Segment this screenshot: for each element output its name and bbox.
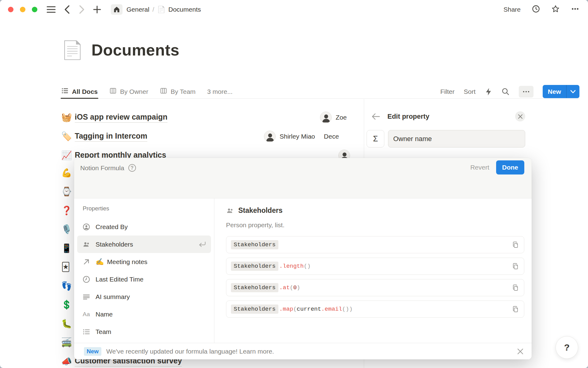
sort-button[interactable]: Sort xyxy=(464,88,476,95)
row-emoji-icon: 👣 xyxy=(61,282,74,290)
row-title[interactable]: iOS app review campaign xyxy=(75,113,168,123)
table-row: 🧺 iOS app review campaign Zoe xyxy=(61,108,364,127)
sidebar-menu-icon[interactable] xyxy=(47,6,56,13)
row-emoji-icon: 🃏 xyxy=(61,263,74,271)
tab-by-owner[interactable]: By Owner xyxy=(109,85,148,98)
property-item[interactable]: AI summary xyxy=(77,288,211,305)
banner-close-icon[interactable] xyxy=(517,348,524,355)
suggestion-code: Stakeholders.length() xyxy=(231,262,311,271)
formula-editor-header[interactable]: Notion Formula ? Revert Done xyxy=(74,158,532,198)
list-view-icon xyxy=(61,87,69,96)
revert-button[interactable]: Revert xyxy=(468,161,492,174)
view-toolbar: Filter Sort New xyxy=(440,85,579,98)
copy-icon[interactable] xyxy=(512,284,519,291)
row-title[interactable]: Tagging in Intercom xyxy=(75,132,147,142)
help-circle-icon[interactable]: ? xyxy=(128,164,136,172)
formula-suggestion[interactable]: Stakeholders xyxy=(226,236,524,253)
view-options-button[interactable] xyxy=(519,86,533,98)
zoom-window-button[interactable] xyxy=(32,7,37,12)
search-icon[interactable] xyxy=(501,87,510,96)
tab-label: By Team xyxy=(171,88,195,95)
clock-icon xyxy=(82,275,91,283)
breadcrumb-workspace[interactable]: General xyxy=(126,6,149,13)
row-trailing-cells: Zoe xyxy=(320,112,347,123)
new-page-icon[interactable] xyxy=(93,6,101,13)
suggestions-list: Stakeholders Stakeholders.length() Stake… xyxy=(226,236,524,318)
property-item[interactable]: Team xyxy=(77,323,211,340)
copy-icon[interactable] xyxy=(512,241,519,248)
row-emoji-icon: 🎙️ xyxy=(61,225,74,234)
page-emoji-icon[interactable]: 📄 xyxy=(61,41,83,59)
code-segment: .email xyxy=(321,306,342,312)
more-options-icon[interactable] xyxy=(571,5,579,14)
view-tabbar: All Docs By Owner By Team 3 more... Filt… xyxy=(61,85,579,99)
close-icon[interactable] xyxy=(515,111,525,121)
copy-icon[interactable] xyxy=(512,305,519,313)
property-label: Last Edited Time xyxy=(96,276,143,283)
suggestion-code: Stakeholders.map(current.email()) xyxy=(231,305,352,314)
help-button[interactable]: ? xyxy=(556,336,578,359)
code-segment: ()) xyxy=(342,306,352,312)
row-emoji-icon: 🏷️ xyxy=(61,132,74,141)
updates-clock-icon[interactable] xyxy=(532,5,540,14)
home-button[interactable] xyxy=(111,4,123,15)
filter-button[interactable]: Filter xyxy=(440,88,455,95)
property-item[interactable]: ✍️ Meeting notes xyxy=(77,253,211,270)
property-item[interactable]: Stakeholders xyxy=(77,236,211,253)
formula-suggestion[interactable]: Stakeholders.at(0) xyxy=(226,279,524,296)
code-segment: current xyxy=(297,306,321,312)
edit-property-header: Edit property xyxy=(371,111,525,121)
row-emoji-icon: 🐛 xyxy=(61,320,74,328)
detail-title-row: Stakeholders xyxy=(226,206,524,215)
avatar xyxy=(320,112,332,123)
suggestion-code: Stakeholders.at(0) xyxy=(231,283,300,292)
new-dropdown-chevron[interactable] xyxy=(566,85,579,98)
breadcrumb: General / 📄 Documents xyxy=(126,6,201,13)
tab-by-team[interactable]: By Team xyxy=(160,85,195,98)
row-person-name: Shirley Miao xyxy=(280,133,315,140)
page-title[interactable]: Documents xyxy=(91,41,179,59)
property-type-button[interactable]: Σ xyxy=(367,130,384,148)
minimize-window-button[interactable] xyxy=(20,7,25,12)
new-button[interactable]: New xyxy=(543,85,566,98)
code-segment: Stakeholders xyxy=(231,262,278,271)
person-circle-icon xyxy=(82,223,91,231)
code-segment: Stakeholders xyxy=(231,283,278,292)
property-item[interactable]: Last Edited Time xyxy=(77,270,211,288)
back-arrow-icon[interactable] xyxy=(371,113,380,120)
row-emoji-icon: 📈 xyxy=(61,151,74,160)
code-segment: 0 xyxy=(293,284,296,291)
arrow-up-right-icon xyxy=(82,258,91,266)
code-segment: ( xyxy=(290,284,293,291)
property-item[interactable]: Aa Name xyxy=(77,305,211,323)
code-segment: Stakeholders xyxy=(231,240,278,249)
avatar xyxy=(264,131,276,142)
new-badge: New xyxy=(84,347,101,356)
table-row: 🏷️ Tagging in Intercom Shirley Miao Dece xyxy=(61,127,364,146)
tab-label: 3 more... xyxy=(207,88,233,95)
row-emoji-icon: 🧺 xyxy=(61,113,74,122)
back-icon[interactable] xyxy=(64,5,70,14)
property-name-input[interactable] xyxy=(388,130,525,148)
formula-actions: Revert Done xyxy=(468,160,524,174)
window-controls xyxy=(8,7,37,12)
copy-icon[interactable] xyxy=(512,263,519,270)
favorite-star-icon[interactable] xyxy=(551,5,560,14)
formula-banner: New We've recently updated our formula l… xyxy=(74,343,532,359)
suggestion-code: Stakeholders xyxy=(231,240,279,249)
people-icon xyxy=(82,240,91,248)
properties-list: Created By Stakeholders ✍️ Meeting notes… xyxy=(77,218,211,340)
page-header: 📄 Documents xyxy=(61,41,179,59)
automation-bolt-icon[interactable] xyxy=(485,88,492,96)
code-segment: .at xyxy=(279,284,290,291)
tab-all-docs[interactable]: All Docs xyxy=(61,85,98,98)
breadcrumb-page[interactable]: Documents xyxy=(168,6,201,13)
formula-suggestion[interactable]: Stakeholders.map(current.email()) xyxy=(226,301,524,318)
property-item[interactable]: Created By xyxy=(77,218,211,236)
forward-icon[interactable] xyxy=(78,5,85,14)
formula-suggestion[interactable]: Stakeholders.length() xyxy=(226,258,524,275)
done-button[interactable]: Done xyxy=(496,160,525,174)
share-button[interactable]: Share xyxy=(503,6,521,13)
tab-more-views[interactable]: 3 more... xyxy=(207,85,233,98)
close-window-button[interactable] xyxy=(8,7,13,12)
